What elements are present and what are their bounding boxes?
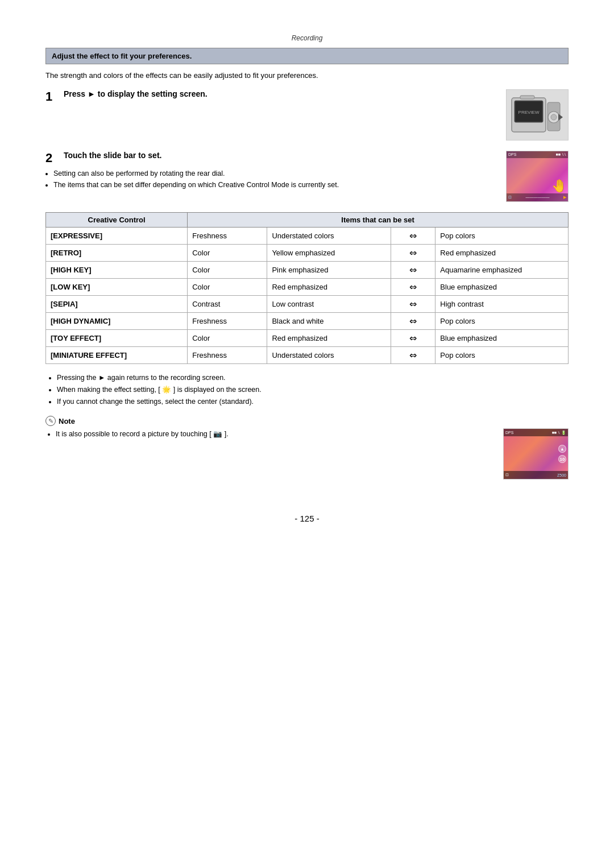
table-cell-left: Black and white [267,312,391,329]
table-cell-arrow: ⇔ [391,227,435,244]
table-row: [SEPIA]ContrastLow contrast⇔High contras… [46,295,569,312]
notes-list: Pressing the ► again returns to the reco… [45,372,569,408]
table-cell-control: [EXPRESSIVE] [46,227,188,244]
table-row: [TOY EFFECT]ColorRed emphasized⇔Blue emp… [46,329,569,346]
table-cell-type: Color [188,261,267,278]
table-row: [RETRO]ColorYellow emphasized⇔Red emphas… [46,244,569,261]
table-row: [EXPRESSIVE]FreshnessUnderstated colors⇔… [46,227,569,244]
page-number: - 125 - [45,514,569,523]
arrow-icon: ⇔ [409,248,417,258]
table-cell-right: Pop colors [435,312,569,329]
arrow-icon: ⇔ [409,231,417,241]
step-1-image: PREVIEW [506,89,569,140]
effects-table: Creative Control Items that can be set [… [45,212,569,364]
arrow-icon: ⇔ [409,265,417,275]
table-cell-arrow: ⇔ [391,329,435,346]
table-row: [HIGH DYNAMIC]FreshnessBlack and white⇔P… [46,312,569,329]
notes-bullet-0: Pressing the ► again returns to the reco… [57,372,569,384]
table-cell-right: High contrast [435,295,569,312]
table-cell-type: Color [188,329,267,346]
table-cell-control: [LOW KEY] [46,278,188,295]
step-2-image: DPS ■■ ⑊⑊ ⊡ —————— ▶ 🤚 [506,151,569,202]
table-cell-type: Color [188,244,267,261]
arrow-icon: ⇔ [409,299,417,309]
note-icon: ✎ [45,416,56,426]
table-row: [HIGH KEY]ColorPink emphasized⇔Aquamarin… [46,261,569,278]
table-cell-right: Blue emphasized [435,278,569,295]
table-cell-left: Red emphasized [267,329,391,346]
table-cell-control: [SEPIA] [46,295,188,312]
table-cell-left: Understated colors [267,227,391,244]
step-1-row: 1 Press ► to display the setting screen. [45,89,569,140]
table-cell-left: Low contrast [267,295,391,312]
step-2-bullet-2: The items that can be set differ dependi… [53,179,495,191]
arrow-icon: ⇔ [409,316,417,326]
table-cell-type: Freshness [188,227,267,244]
table-cell-type: Contrast [188,295,267,312]
table-cell-arrow: ⇔ [391,244,435,261]
svg-point-4 [551,114,557,120]
table-cell-right: Aquamarine emphasized [435,261,569,278]
table-cell-control: [TOY EFFECT] [46,329,188,346]
table-cell-left: Yellow emphasized [267,244,391,261]
step-1-number: 1 [45,89,58,104]
note-label: Note [59,417,75,425]
step-1-title: Press ► to display the setting screen. [64,89,208,98]
step-2-row: 2 Touch the slide bar to set. Setting ca… [45,151,569,202]
table-cell-left: Red emphasized [267,278,391,295]
svg-text:PREVIEW: PREVIEW [518,110,540,115]
svg-marker-5 [558,114,563,121]
camera-svg-1: PREVIEW [509,92,566,138]
table-cell-control: [HIGH KEY] [46,261,188,278]
table-cell-type: Color [188,278,267,295]
touch-hand-icon: 🤚 [551,179,567,193]
table-cell-left: Pink emphasized [267,261,391,278]
step-2-title: Touch the slide bar to set. [64,151,161,160]
page-header: Recording [45,34,569,42]
table-cell-right: Pop colors [435,346,569,363]
step-1-content: 1 Press ► to display the setting screen. [45,89,495,104]
table-cell-left: Understated colors [267,346,391,363]
svg-rect-6 [520,96,534,99]
table-cell-type: Freshness [188,346,267,363]
table-cell-control: [HIGH DYNAMIC] [46,312,188,329]
table-row: [LOW KEY]ColorRed emphasized⇔Blue emphas… [46,278,569,295]
table-header-control: Creative Control [46,212,188,227]
table-cell-arrow: ⇔ [391,312,435,329]
notes-bullet-2: If you cannot change the settings, selec… [57,396,569,408]
note-header: ✎ Note [45,416,569,426]
bottom-note-text: It is also possible to record a picture … [45,428,492,440]
table-cell-arrow: ⇔ [391,295,435,312]
table-cell-control: [RETRO] [46,244,188,261]
section-title: Adjust the effect to fit your preference… [45,48,569,64]
step-2-content: 2 Touch the slide bar to set. Setting ca… [45,151,495,191]
table-cell-right: Red emphasized [435,244,569,261]
table-header-items: Items that can be set [188,212,569,227]
touch-screen-container: DPS ■■ ⑊⑊ ⊡ —————— ▶ 🤚 [506,151,569,202]
table-row: [MINIATURE EFFECT]FreshnessUnderstated c… [46,346,569,363]
arrow-icon: ⇔ [409,333,417,343]
step-2-bullets: Setting can also be performed by rotatin… [45,168,495,191]
table-cell-right: Blue emphasized [435,329,569,346]
arrow-icon: ⇔ [409,350,417,360]
step-2-bullet-1: Setting can also be performed by rotatin… [53,168,495,179]
bottom-screen-image: DPS ■■ ⑊ 🔋 ▲ 10 ⊡ Z500 [503,428,569,480]
camera-image-1: PREVIEW [506,89,569,140]
table-cell-arrow: ⇔ [391,261,435,278]
table-cell-arrow: ⇔ [391,346,435,363]
arrow-icon: ⇔ [409,282,417,292]
intro-text: The strength and colors of the effects c… [45,70,569,81]
bottom-row: It is also possible to record a picture … [45,428,569,480]
notes-bullet-1: When making the effect setting, [ 🌟 ] is… [57,384,569,396]
step-2-number: 2 [45,151,58,166]
note-bullet: It is also possible to record a picture … [56,428,492,440]
table-cell-control: [MINIATURE EFFECT] [46,346,188,363]
table-cell-type: Freshness [188,312,267,329]
table-cell-arrow: ⇔ [391,278,435,295]
table-cell-right: Pop colors [435,227,569,244]
